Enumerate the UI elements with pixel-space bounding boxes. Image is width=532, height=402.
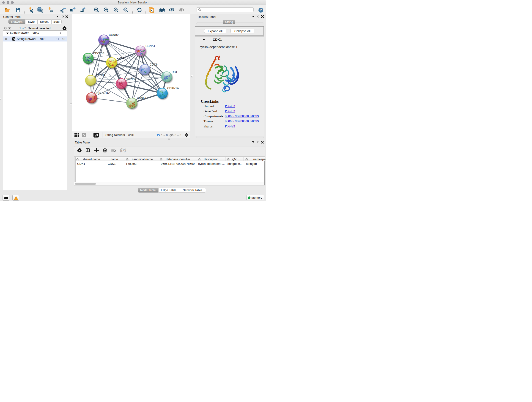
svg-text:CDK1: CDK1 (117, 56, 124, 59)
svg-text:CCNB1: CCNB1 (96, 74, 105, 77)
svg-text:CCNE1: CCNE1 (137, 96, 146, 100)
svg-text:RB1: RB1 (172, 70, 177, 74)
svg-text:CDC25B: CDC25B (93, 52, 104, 55)
svg-text:CCNB2: CCNB2 (109, 33, 119, 37)
svg-text:CCNA2: CCNA2 (127, 77, 136, 80)
svg-text:CDKN1A: CDKN1A (167, 87, 179, 90)
svg-text:CCNA1: CCNA1 (146, 45, 155, 48)
svg-text:HIST1H1A: HIST1H1A (96, 91, 110, 95)
svg-text:CDC6: CDC6 (150, 63, 158, 66)
